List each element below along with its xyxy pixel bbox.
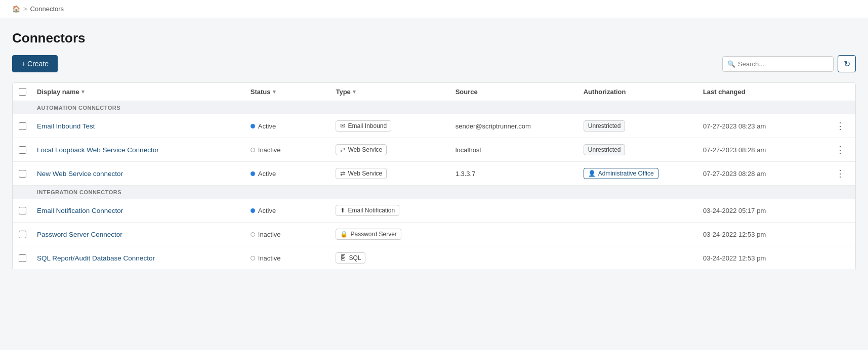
type-icon: ⇄ xyxy=(340,146,345,153)
row-name[interactable]: New Web Service connector xyxy=(37,170,251,178)
search-wrapper: 🔍 xyxy=(722,56,834,72)
breadcrumb-separator: > xyxy=(23,5,27,13)
row-name[interactable]: Email Notification Connector xyxy=(37,207,251,214)
section-header: AUTOMATION CONNECTORS xyxy=(13,101,855,114)
row-name[interactable]: SQL Report/Audit Database Connector xyxy=(37,254,251,262)
row-checkbox[interactable] xyxy=(19,170,26,178)
select-all-checkbox[interactable] xyxy=(19,88,26,96)
type-label: Password Server xyxy=(350,231,396,238)
status-dot xyxy=(251,171,255,176)
auth-badge: Unrestricted xyxy=(584,120,626,132)
row-checkbox-cell xyxy=(19,146,37,154)
table-row: New Web Service connectorActive⇄Web Serv… xyxy=(13,162,855,186)
status-dot xyxy=(251,124,255,128)
row-last-changed: 07-27-2023 08:28 am xyxy=(703,170,831,178)
row-source: localhost xyxy=(456,146,584,154)
row-checkbox-cell xyxy=(19,231,37,238)
type-label: SQL xyxy=(349,254,361,261)
sort-arrow-name: ▾ xyxy=(81,89,85,95)
row-last-changed: 03-24-2022 12:53 pm xyxy=(703,254,831,262)
row-type: ✉Email Inbound xyxy=(336,120,455,132)
row-checkbox-cell xyxy=(19,170,37,178)
type-icon: ⬆ xyxy=(340,207,345,214)
type-icon: 🗄 xyxy=(340,254,346,261)
breadcrumb-current: Connectors xyxy=(30,5,64,13)
breadcrumb: 🏠 > Connectors xyxy=(0,0,868,18)
row-checkbox-cell xyxy=(19,207,37,214)
row-type: 🗄SQL xyxy=(336,252,455,264)
row-checkbox[interactable] xyxy=(19,231,26,238)
status-text: Inactive xyxy=(258,146,281,154)
row-type: ⇄Web Service xyxy=(336,168,455,179)
type-icon: ⇄ xyxy=(340,170,345,177)
toolbar: + Create 🔍 ↻ xyxy=(12,55,856,72)
type-label: Email Inbound xyxy=(348,122,387,129)
status-text: Active xyxy=(258,170,276,178)
row-source: 1.3.3.7 xyxy=(456,170,584,178)
type-badge: 🗄SQL xyxy=(336,252,365,264)
col-header-last-changed: Last changed xyxy=(703,88,831,96)
refresh-button[interactable]: ↻ xyxy=(838,55,856,72)
type-badge: ⬆Email Notification xyxy=(336,205,399,216)
type-badge: 🔒Password Server xyxy=(336,229,401,240)
status-dot xyxy=(251,208,255,213)
type-label: Email Notification xyxy=(348,207,395,214)
home-link[interactable]: 🏠 xyxy=(12,5,20,13)
auth-label: Unrestricted xyxy=(588,122,621,129)
search-input[interactable] xyxy=(722,56,834,72)
type-badge: ✉Email Inbound xyxy=(336,120,391,132)
col-header-auth: Authorization xyxy=(584,88,703,96)
status-text: Active xyxy=(258,207,276,214)
page-title: Connectors xyxy=(12,30,856,46)
row-last-changed: 07-27-2023 08:23 am xyxy=(703,122,831,130)
row-checkbox-cell xyxy=(19,254,37,262)
auth-badge: 👤Administrative Office xyxy=(584,168,658,179)
table-row: Email Notification ConnectorActive⬆Email… xyxy=(13,199,855,223)
auth-badge: Unrestricted xyxy=(584,144,626,155)
status-dot xyxy=(251,148,255,152)
row-checkbox[interactable] xyxy=(19,254,26,262)
row-actions-menu[interactable]: ⋮ xyxy=(831,144,849,155)
create-button[interactable]: + Create xyxy=(12,55,58,72)
status-text: Inactive xyxy=(258,254,281,262)
sort-arrow-type: ▾ xyxy=(353,89,356,95)
row-checkbox[interactable] xyxy=(19,146,26,154)
type-badge: ⇄Web Service xyxy=(336,168,387,179)
row-checkbox-cell xyxy=(19,122,37,130)
row-source: sender@scriptrunner.com xyxy=(456,122,584,130)
type-label: Web Service xyxy=(348,170,382,177)
header-checkbox-cell xyxy=(19,88,37,96)
table-row: Email Inbound TestActive✉Email Inboundse… xyxy=(13,114,855,138)
row-last-changed: 07-27-2023 08:28 am xyxy=(703,146,831,154)
status-text: Inactive xyxy=(258,231,281,238)
col-header-name[interactable]: Display name ▾ xyxy=(37,88,251,96)
col-header-status[interactable]: Status ▾ xyxy=(251,88,336,96)
row-auth: Unrestricted xyxy=(584,144,703,155)
table-body: AUTOMATION CONNECTORSEmail Inbound TestA… xyxy=(13,101,855,270)
row-type: ⇄Web Service xyxy=(336,144,455,155)
row-actions-menu[interactable]: ⋮ xyxy=(831,120,849,132)
row-status: Active xyxy=(251,170,336,178)
col-header-type[interactable]: Type ▾ xyxy=(336,88,455,96)
row-name[interactable]: Password Server Connector xyxy=(37,231,251,238)
row-name[interactable]: Local Loopback Web Service Connector xyxy=(37,146,251,154)
status-text: Active xyxy=(258,122,276,130)
status-dot xyxy=(251,232,255,237)
status-dot xyxy=(251,256,255,260)
type-icon: 🔒 xyxy=(340,231,348,238)
row-type: ⬆Email Notification xyxy=(336,205,455,216)
type-label: Web Service xyxy=(348,146,382,153)
row-status: Active xyxy=(251,207,336,214)
col-header-source: Source xyxy=(456,88,584,96)
search-area: 🔍 ↻ xyxy=(722,55,856,72)
table-row: Local Loopback Web Service ConnectorInac… xyxy=(13,138,855,162)
section-header: INTEGRATION CONNECTORS xyxy=(13,186,855,199)
row-status: Active xyxy=(251,122,336,130)
type-icon: ✉ xyxy=(340,122,345,129)
row-checkbox[interactable] xyxy=(19,122,26,130)
refresh-icon: ↻ xyxy=(844,59,850,69)
row-last-changed: 03-24-2022 12:53 pm xyxy=(703,231,831,238)
row-name[interactable]: Email Inbound Test xyxy=(37,122,251,130)
row-checkbox[interactable] xyxy=(19,207,26,214)
row-actions-menu[interactable]: ⋮ xyxy=(831,168,849,179)
